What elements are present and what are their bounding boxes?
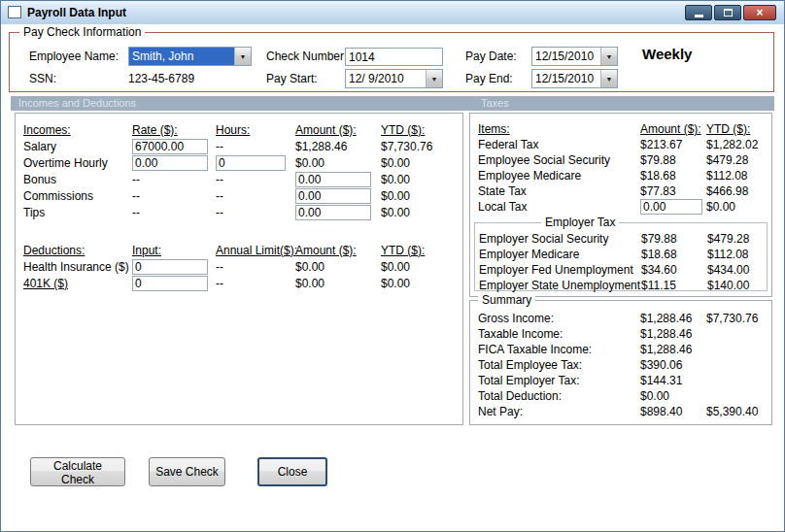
close-button[interactable]: Close [257,457,327,486]
maximize-button[interactable] [714,5,741,20]
titlebar[interactable]: Payroll Data Input × [1,1,784,25]
row-label: FICA Taxable Income: [478,343,640,356]
col-header-deductions: Deductions: [23,244,132,257]
ytd-cell: $0.00 [381,260,462,274]
minimize-button[interactable] [685,5,712,20]
amount-cell [640,199,706,215]
retirement-401k-input[interactable] [132,276,208,291]
hours-cell: -- [216,173,295,186]
amount-cell: $0.00 [640,389,706,403]
income-row-overtime: Overtime Hourly $0.00 $0.00 [16,154,462,171]
col-header-input: Input: [132,244,216,257]
tax-row-state: State Tax $77.83 $466.98 [470,183,771,199]
incomes-header-row: Incomes: Rate ($): Hours: Amount ($): YT… [16,121,462,138]
minimize-icon [695,15,703,17]
summary-row-total-employee-tax: Total Employee Tax: $390.06 [470,357,771,373]
tips-amount-input[interactable] [295,205,371,220]
rate-cell: -- [132,173,216,186]
deduction-row-401k: 401K ($) -- $0.00 $0.00 [16,275,462,291]
health-insurance-input[interactable] [132,259,208,275]
pay-start-dropdown-button[interactable]: ▼ [426,70,442,87]
ytd-cell: $5,390.40 [706,405,771,418]
chevron-down-icon: ▼ [431,76,438,83]
amount-cell: $77.83 [640,184,706,198]
amount-cell [295,188,381,204]
tax-row-employee-ss: Employee Social Security $79.88 $479.28 [470,152,771,168]
retirement-401k-link[interactable]: 401K ($) [23,277,132,290]
col-header-incomes: Incomes: [23,123,132,137]
col-header-hours: Hours: [216,123,295,137]
ytd-cell: $479.28 [706,153,771,167]
input-cell [132,276,216,291]
ytd-cell: $1,282.02 [706,138,771,151]
tax-row-employer-fed-unemployment: Employer Fed Unemployment $34.60 $434.00 [475,262,767,278]
ytd-cell: $7,730.76 [706,312,771,325]
ytd-cell: $112.08 [707,248,767,261]
ytd-cell: $0.00 [381,189,462,203]
amount-cell [295,172,381,187]
income-row-salary: Salary -- $1,288.46 $7,730.76 [16,138,462,154]
ytd-cell: $466.98 [706,184,771,198]
row-label: Employee Medicare [478,169,640,183]
amount-cell: $79.88 [640,153,706,167]
pay-start-value: 12/ 9/2010 [346,70,426,87]
amount-cell: $1,288.46 [640,327,706,341]
summary-row-gross: Gross Income: $1,288.46 $7,730.76 [470,311,771,326]
col-header-amount: Amount ($): [295,244,381,257]
amount-cell: $0.00 [295,260,381,274]
pay-end-dropdown-button[interactable]: ▼ [600,70,617,87]
row-label: Total Employer Tax: [478,374,640,387]
deduction-row-health-insurance: Health Insurance ($) -- $0.00 $0.00 [16,258,462,275]
rate-cell [132,139,216,154]
overtime-rate-input[interactable] [132,155,208,171]
row-label: Overtime Hourly [23,156,132,170]
col-header-ytd: YTD ($): [381,244,462,257]
incomes-deductions-section-header: Incomes and Deductions [18,97,136,109]
row-label: Net Pay: [478,405,640,418]
pay-start-combo[interactable]: 12/ 9/2010 ▼ [345,69,443,88]
employee-name-dropdown-button[interactable]: ▼ [234,48,251,65]
client-area: Pay Check Information Employee Name: Smi… [1,24,784,531]
row-label: Tips [23,206,132,219]
employee-name-value: Smith, John [129,48,234,65]
local-tax-input[interactable] [640,199,702,215]
summary-panel: Summary Gross Income: $1,288.46 $7,730.7… [469,300,772,425]
row-label: Local Tax [478,200,640,214]
pay-end-combo[interactable]: 12/15/2010 ▼ [531,69,618,88]
tax-row-local: Local Tax $0.00 [470,199,771,215]
employee-name-combo[interactable]: Smith, John ▼ [128,47,252,66]
calculate-check-button[interactable]: Calculate Check [30,457,125,486]
tax-row-federal: Federal Tax $213.67 $1,282.02 [470,137,771,152]
row-label: Gross Income: [478,312,640,325]
tax-row-employer-medicare: Employer Medicare $18.68 $112.08 [475,247,767,262]
commissions-amount-input[interactable] [295,188,371,204]
taxes-panel: Items: Amount ($): YTD ($): Federal Tax … [469,113,772,297]
pay-start-label: Pay Start: [266,72,318,85]
save-check-button[interactable]: Save Check [149,457,225,486]
col-header-amount: Amount ($): [640,122,706,136]
ssn-value: 123-45-6789 [128,72,194,85]
row-label: Bonus [23,173,132,186]
input-cell [132,259,216,275]
row-label: Federal Tax [478,138,640,151]
close-icon: × [756,7,763,18]
amount-cell: $0.00 [295,277,381,290]
tax-row-employer-ss: Employer Social Security $79.88 $479.28 [475,231,767,247]
overtime-hours-input[interactable] [216,155,286,171]
close-window-button[interactable]: × [743,5,776,20]
row-label: Total Deduction: [478,389,640,403]
amount-cell: $18.68 [641,248,707,261]
pay-date-combo[interactable]: 12/15/2010 ▼ [531,47,618,66]
check-number-input[interactable] [345,48,443,66]
amount-cell: $390.06 [640,358,706,372]
employer-tax-group-title: Employer Tax [541,216,619,229]
check-number-label: Check Number: [266,50,347,63]
pay-date-label: Pay Date: [465,50,517,63]
summary-row-taxable: Taxable Income: $1,288.46 [470,326,771,342]
rate-cell: -- [132,189,216,203]
salary-rate-input[interactable] [132,139,208,154]
bonus-amount-input[interactable] [295,172,371,187]
pay-date-dropdown-button[interactable]: ▼ [600,48,617,65]
amount-cell: $0.00 [295,156,381,170]
chevron-down-icon: ▼ [240,53,247,60]
